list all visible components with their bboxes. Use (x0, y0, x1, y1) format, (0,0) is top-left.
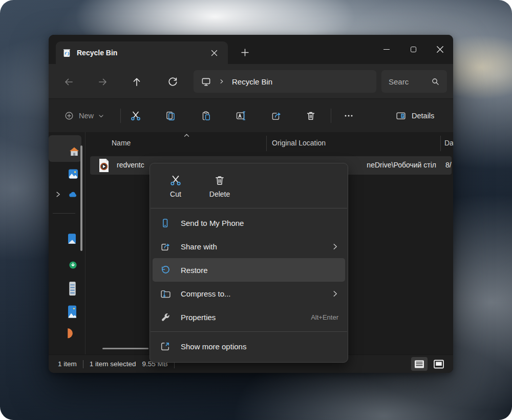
column-divider[interactable] (440, 136, 441, 151)
paste-button[interactable] (196, 106, 216, 126)
column-divider[interactable] (266, 136, 267, 151)
menu-item-label: Send to My Phone (181, 219, 244, 227)
menu-item-label: Show more options (181, 342, 246, 351)
onedrive-icon[interactable] (68, 190, 78, 197)
maximize-icon (411, 47, 416, 52)
menu-separator (151, 208, 347, 208)
new-tab-button[interactable] (236, 44, 253, 60)
status-divider (83, 360, 83, 368)
sidebar-scrollbar[interactable] (80, 145, 82, 251)
chevron-down-icon (98, 113, 104, 119)
wrench-icon (159, 312, 170, 323)
rename-button[interactable] (230, 106, 251, 126)
desktop-folder-icon[interactable] (68, 234, 76, 244)
minimize-icon (383, 49, 390, 50)
back-button[interactable] (62, 76, 75, 88)
documents-folder-icon[interactable] (69, 282, 76, 296)
titlebar: Recycle Bin (49, 35, 453, 64)
menu-item-restore[interactable]: Restore (153, 258, 345, 282)
column-header-date-deleted[interactable]: Da (444, 139, 453, 147)
share-button[interactable] (266, 106, 286, 126)
explorer-content: Name Original Location Da (49, 132, 453, 354)
up-button[interactable] (131, 76, 143, 88)
address-bar[interactable]: Recycle Bin (194, 70, 376, 93)
maximize-button[interactable] (400, 39, 426, 60)
refresh-button[interactable] (166, 76, 179, 88)
downloads-folder-icon[interactable] (69, 261, 77, 269)
delete-icon (214, 174, 226, 186)
menu-item-shortcut: Alt+Enter (311, 313, 338, 321)
toolbar-divider (120, 109, 121, 123)
expand-chevron-icon[interactable] (55, 191, 61, 198)
cut-button[interactable] (125, 106, 146, 126)
menu-item-show-more-options[interactable]: Show more options (153, 334, 345, 358)
forward-button[interactable] (97, 76, 109, 88)
large-icons-view-toggle[interactable] (431, 357, 447, 371)
minimize-button[interactable] (373, 39, 400, 60)
details-label: Details (412, 112, 434, 120)
menu-item-label: Properties (181, 313, 216, 322)
details-view-icon (414, 360, 425, 369)
sort-ascending-icon (183, 133, 190, 137)
sidebar-separator (53, 213, 75, 214)
breadcrumb-location[interactable]: Recycle Bin (232, 77, 272, 86)
delete-button[interactable] (301, 106, 321, 126)
selection-count: 1 item selected (90, 360, 136, 368)
home-icon[interactable] (69, 146, 79, 157)
horizontal-scrollbar[interactable] (102, 348, 148, 349)
details-view-button[interactable]: Details (388, 106, 441, 126)
details-view-toggle[interactable] (411, 357, 428, 371)
tab-title: Recycle Bin (77, 49, 201, 57)
view-toggles (411, 357, 447, 371)
tab-close-icon[interactable] (207, 46, 221, 59)
submenu-chevron-icon (332, 243, 338, 250)
new-button[interactable]: New (58, 106, 110, 126)
file-date-deleted: 8/ (445, 161, 452, 169)
toolbar-divider (331, 109, 331, 123)
menu-item-label: Share with (181, 242, 217, 251)
file-name: redventc (117, 161, 144, 169)
desktop-wallpaper: Recycle Bin (0, 0, 512, 420)
column-header-name[interactable]: Name (112, 139, 131, 147)
share-icon (159, 241, 170, 252)
menu-item-send-to-my-phone[interactable]: Send to My Phone (153, 211, 345, 235)
music-folder-icon[interactable] (68, 328, 73, 339)
search-icon (431, 77, 440, 86)
search-box[interactable]: Searc (381, 70, 447, 93)
menu-separator (151, 331, 347, 332)
gallery-icon[interactable] (69, 169, 78, 179)
tab-recycle-bin[interactable]: Recycle Bin (56, 41, 228, 64)
copy-button[interactable] (160, 106, 181, 126)
plus-circle-icon (64, 111, 74, 121)
menu-item-properties[interactable]: Properties Alt+Enter (153, 305, 345, 329)
delete-menu-button[interactable]: Delete (201, 170, 238, 202)
cut-menu-button[interactable]: Cut (157, 170, 194, 202)
close-button[interactable] (426, 39, 453, 60)
menu-item-share-with[interactable]: Share with (153, 235, 345, 258)
cut-label: Cut (170, 190, 181, 198)
pictures-folder-icon[interactable] (68, 305, 76, 318)
video-file-icon (98, 158, 110, 173)
ellipsis-icon (344, 111, 354, 121)
large-icons-view-icon (433, 360, 444, 369)
show-more-icon (159, 341, 170, 352)
phone-icon (159, 218, 170, 228)
column-headers: Name Original Location Da (86, 132, 453, 155)
see-more-button[interactable] (338, 106, 359, 126)
restore-icon (159, 265, 170, 276)
this-pc-icon (201, 76, 211, 87)
column-header-original-location[interactable]: Original Location (272, 139, 326, 147)
file-explorer-window: Recycle Bin (49, 35, 453, 373)
zip-folder-icon (159, 288, 170, 299)
context-menu: Cut Delete Send to My Phone (150, 163, 348, 363)
context-menu-quick-actions: Cut Delete (150, 169, 348, 205)
search-placeholder: Searc (389, 77, 431, 86)
menu-item-compress-to[interactable]: Compress to... (153, 282, 345, 305)
navigation-pane (49, 132, 86, 354)
new-button-label: New (79, 112, 94, 120)
item-count: 1 item (58, 360, 77, 368)
command-toolbar: New (49, 98, 453, 132)
delete-label: Delete (209, 190, 230, 198)
breadcrumb-chevron-icon (219, 78, 225, 85)
cut-icon (169, 174, 182, 186)
